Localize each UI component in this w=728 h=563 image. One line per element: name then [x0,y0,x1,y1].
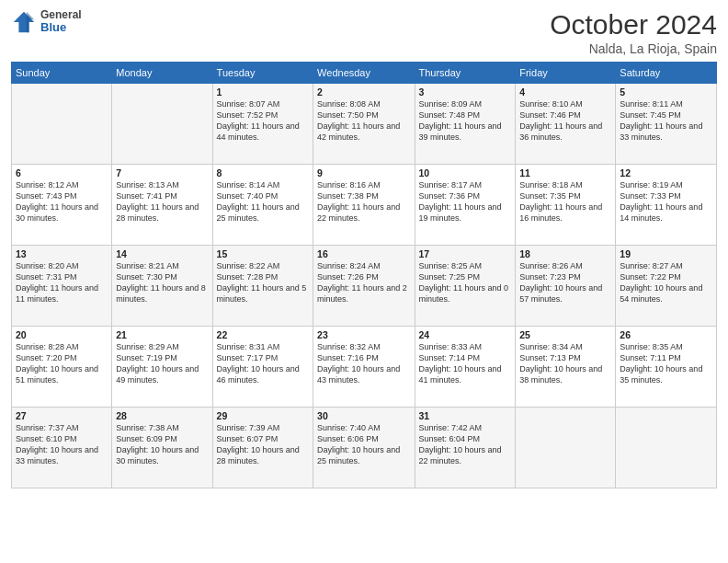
day-info: Sunrise: 8:09 AMSunset: 7:48 PMDaylight:… [419,98,512,144]
location-subtitle: Nalda, La Rioja, Spain [550,41,717,56]
month-title: October 2024 [550,9,717,40]
day-number: 15 [217,248,310,259]
day-number: 30 [317,410,410,421]
table-row: 18Sunrise: 8:26 AMSunset: 7:23 PMDayligh… [516,246,616,327]
day-number: 22 [217,329,310,340]
day-info: Sunrise: 8:33 AMSunset: 7:14 PMDaylight:… [419,341,512,386]
table-row: 14Sunrise: 8:21 AMSunset: 7:30 PMDayligh… [112,246,212,327]
table-row: 9Sunrise: 8:16 AMSunset: 7:38 PMDaylight… [313,165,415,246]
table-row: 17Sunrise: 8:25 AMSunset: 7:25 PMDayligh… [415,246,516,327]
header: General Blue October 2024 Nalda, La Rioj… [11,9,717,56]
day-info: Sunrise: 8:11 AMSunset: 7:45 PMDaylight:… [620,98,712,144]
day-info: Sunrise: 8:18 AMSunset: 7:35 PMDaylight:… [519,179,611,224]
day-info: Sunrise: 8:25 AMSunset: 7:25 PMDaylight:… [419,260,512,305]
day-number: 21 [116,329,208,340]
day-info: Sunrise: 8:20 AMSunset: 7:31 PMDaylight:… [16,260,108,305]
col-sunday: Sunday [12,63,112,84]
day-info: Sunrise: 8:13 AMSunset: 7:41 PMDaylight:… [116,179,208,224]
table-row: 8Sunrise: 8:14 AMSunset: 7:40 PMDaylight… [212,165,313,246]
logo-blue: Blue [40,21,82,34]
day-info: Sunrise: 8:12 AMSunset: 7:43 PMDaylight:… [16,179,108,224]
table-row: 25Sunrise: 8:34 AMSunset: 7:13 PMDayligh… [516,327,616,408]
table-row: 20Sunrise: 8:28 AMSunset: 7:20 PMDayligh… [12,327,112,408]
table-row: 16Sunrise: 8:24 AMSunset: 7:26 PMDayligh… [313,246,415,327]
table-row [516,408,616,488]
day-info: Sunrise: 8:31 AMSunset: 7:17 PMDaylight:… [217,341,310,386]
day-info: Sunrise: 7:39 AMSunset: 6:07 PMDaylight:… [217,422,310,467]
day-number: 24 [419,329,512,340]
day-number: 19 [620,248,712,259]
logo-text: General Blue [40,9,82,34]
day-number: 25 [519,329,611,340]
day-number: 13 [16,248,108,259]
table-row: 29Sunrise: 7:39 AMSunset: 6:07 PMDayligh… [212,408,313,488]
day-info: Sunrise: 8:28 AMSunset: 7:20 PMDaylight:… [16,341,108,386]
calendar-week-row: 20Sunrise: 8:28 AMSunset: 7:20 PMDayligh… [12,327,717,408]
day-number: 10 [419,167,512,178]
day-info: Sunrise: 7:40 AMSunset: 6:06 PMDaylight:… [317,422,410,467]
day-number: 12 [620,167,712,178]
day-info: Sunrise: 8:07 AMSunset: 7:52 PMDaylight:… [217,98,310,144]
table-row [616,408,717,488]
calendar-week-row: 27Sunrise: 7:37 AMSunset: 6:10 PMDayligh… [12,408,717,488]
day-number: 5 [620,86,712,98]
table-row: 7Sunrise: 8:13 AMSunset: 7:41 PMDaylight… [112,165,212,246]
day-number: 31 [419,410,512,421]
title-block: October 2024 Nalda, La Rioja, Spain [550,9,717,56]
day-info: Sunrise: 7:38 AMSunset: 6:09 PMDaylight:… [116,422,208,467]
day-number: 16 [317,248,410,259]
day-info: Sunrise: 8:08 AMSunset: 7:50 PMDaylight:… [317,98,410,144]
table-row: 21Sunrise: 8:29 AMSunset: 7:19 PMDayligh… [112,327,212,408]
day-number: 7 [116,167,208,178]
col-friday: Friday [516,63,616,84]
day-info: Sunrise: 7:42 AMSunset: 6:04 PMDaylight:… [419,422,512,467]
calendar-week-row: 13Sunrise: 8:20 AMSunset: 7:31 PMDayligh… [12,246,717,327]
table-row: 1Sunrise: 8:07 AMSunset: 7:52 PMDaylight… [212,84,313,165]
logo-icon [11,9,37,35]
day-number: 28 [116,410,208,421]
table-row: 19Sunrise: 8:27 AMSunset: 7:22 PMDayligh… [616,246,717,327]
col-tuesday: Tuesday [212,63,313,84]
day-info: Sunrise: 8:32 AMSunset: 7:16 PMDaylight:… [317,341,410,386]
table-row: 12Sunrise: 8:19 AMSunset: 7:33 PMDayligh… [616,165,717,246]
day-number: 26 [620,329,712,340]
day-info: Sunrise: 8:19 AMSunset: 7:33 PMDaylight:… [620,179,712,224]
table-row: 30Sunrise: 7:40 AMSunset: 6:06 PMDayligh… [313,408,415,488]
col-monday: Monday [112,63,212,84]
day-info: Sunrise: 8:24 AMSunset: 7:26 PMDaylight:… [317,260,410,305]
day-number: 8 [217,167,310,178]
day-info: Sunrise: 8:17 AMSunset: 7:36 PMDaylight:… [419,179,512,224]
day-info: Sunrise: 8:27 AMSunset: 7:22 PMDaylight:… [620,260,712,305]
table-row [12,84,112,165]
day-info: Sunrise: 8:16 AMSunset: 7:38 PMDaylight:… [317,179,410,224]
table-row: 26Sunrise: 8:35 AMSunset: 7:11 PMDayligh… [616,327,717,408]
table-row: 15Sunrise: 8:22 AMSunset: 7:28 PMDayligh… [212,246,313,327]
calendar-table: Sunday Monday Tuesday Wednesday Thursday… [11,62,717,488]
table-row: 5Sunrise: 8:11 AMSunset: 7:45 PMDaylight… [616,84,717,165]
table-row: 24Sunrise: 8:33 AMSunset: 7:14 PMDayligh… [415,327,516,408]
table-row: 22Sunrise: 8:31 AMSunset: 7:17 PMDayligh… [212,327,313,408]
day-number: 27 [16,410,108,421]
day-info: Sunrise: 7:37 AMSunset: 6:10 PMDaylight:… [16,422,108,467]
table-row [112,84,212,165]
table-row: 10Sunrise: 8:17 AMSunset: 7:36 PMDayligh… [415,165,516,246]
day-number: 9 [317,167,410,178]
day-number: 1 [217,86,310,98]
table-row: 6Sunrise: 8:12 AMSunset: 7:43 PMDaylight… [12,165,112,246]
day-number: 18 [519,248,611,259]
day-number: 23 [317,329,410,340]
calendar-week-row: 6Sunrise: 8:12 AMSunset: 7:43 PMDaylight… [12,165,717,246]
calendar-header-row: Sunday Monday Tuesday Wednesday Thursday… [12,63,717,84]
col-wednesday: Wednesday [313,63,415,84]
table-row: 23Sunrise: 8:32 AMSunset: 7:16 PMDayligh… [313,327,415,408]
table-row: 27Sunrise: 7:37 AMSunset: 6:10 PMDayligh… [12,408,112,488]
calendar-week-row: 1Sunrise: 8:07 AMSunset: 7:52 PMDaylight… [12,84,717,165]
day-info: Sunrise: 8:34 AMSunset: 7:13 PMDaylight:… [519,341,611,386]
col-thursday: Thursday [415,63,516,84]
day-number: 29 [217,410,310,421]
table-row: 2Sunrise: 8:08 AMSunset: 7:50 PMDaylight… [313,84,415,165]
table-row: 4Sunrise: 8:10 AMSunset: 7:46 PMDaylight… [516,84,616,165]
col-saturday: Saturday [616,63,717,84]
table-row: 31Sunrise: 7:42 AMSunset: 6:04 PMDayligh… [415,408,516,488]
day-number: 14 [116,248,208,259]
